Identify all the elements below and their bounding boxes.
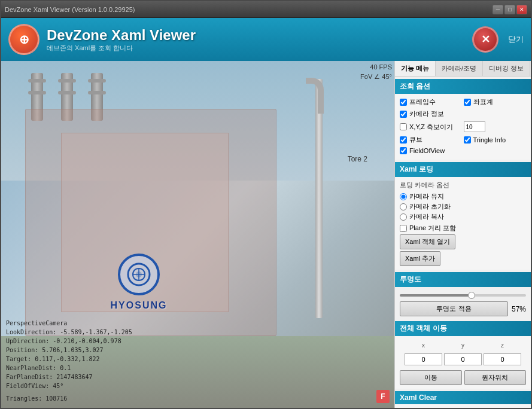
checkbox-camera-info[interactable] <box>400 111 407 118</box>
app-subtitle: 데브존의 Xaml를 조회 합니다 <box>47 44 196 53</box>
section-xaml-content: 로딩 카메라 옵션 카메라 유지 카메라 초기화 카메라 복사 Plane 거리… <box>395 177 531 270</box>
transparency-value: 57% <box>512 305 526 313</box>
radio-maintain-row: 카메라 유지 <box>400 192 526 201</box>
checkbox-tringle[interactable] <box>464 136 471 144</box>
tab-function[interactable]: 기능 메뉴 <box>395 61 436 76</box>
xaml-add-row: Xaml 추가 <box>400 251 526 266</box>
transparency-fill <box>400 294 472 297</box>
move-button[interactable]: 이동 <box>400 370 462 385</box>
radio-camera-copy[interactable] <box>400 213 407 221</box>
loading-camera-label: 로딩 카메라 옵션 <box>400 181 526 190</box>
maximize-button[interactable]: □ <box>504 5 515 14</box>
titlebar-controls: ─ □ ✕ <box>493 5 527 14</box>
tore2-label: Tore 2 <box>348 155 367 163</box>
radio-camera-maintain[interactable] <box>400 193 407 200</box>
section-clear-header: Xaml Clear <box>395 391 531 404</box>
radio-camera-init[interactable] <box>400 203 407 210</box>
main-content: HYOSUNG 40 FPS FoV ∠ 45° Tore 2 Perspect… <box>1 61 531 408</box>
radio-copy-label: 카메라 복사 <box>409 212 444 221</box>
main-window: DevZone Xaml Viewer (Version 1.0.0.29925… <box>0 0 532 409</box>
minimize-button[interactable]: ─ <box>493 5 503 14</box>
triangles-display: Triangles: 108716 <box>6 394 132 403</box>
xaml-add-button[interactable]: Xaml 추가 <box>400 251 440 266</box>
up-direction-value: -0.210,-0.004,0.978 <box>53 338 121 344</box>
position-value: 5.706,1.035,3.027 <box>42 347 103 353</box>
app-logo: ⊕ <box>8 24 39 55</box>
position: Position: 5.706,1.035,3.027 <box>6 346 132 355</box>
x-input[interactable] <box>405 353 442 365</box>
radio-copy-row: 카메라 복사 <box>400 212 526 221</box>
transparency-controls: 투명도 적용 57% <box>400 301 526 316</box>
hyosung-logo-svg <box>127 263 151 286</box>
section-xaml-header: Xaml 로딩 <box>395 162 531 177</box>
viewport[interactable]: HYOSUNG 40 FPS FoV ∠ 45° Tore 2 Perspect… <box>1 61 394 408</box>
y-input[interactable] <box>444 353 482 365</box>
xaml-open-button[interactable]: Xaml 객체 열기 <box>400 234 455 249</box>
checkbox-xyz[interactable] <box>400 123 407 130</box>
axis-value-input[interactable] <box>464 121 485 132</box>
header-close-button[interactable]: ✕ <box>472 26 498 53</box>
target: Target: 0.117,-0.332,1.822 <box>6 355 132 364</box>
window-title: DevZone Xaml Viewer (Version 1.0.0.29925… <box>5 6 135 13</box>
transparency-thumb[interactable] <box>468 292 475 299</box>
xaml-buttons: Xaml 객체 열기 <box>400 234 526 249</box>
right-panel: 기능 메뉴 카메라/조명 디버깅 정보 조회 옵션 프레임수 좌표계 <box>394 61 531 408</box>
fov-display: FoV ∠ 45° <box>360 73 392 81</box>
checkbox-tringle-label: Tringle Info <box>473 136 506 144</box>
checkbox-fps-row: 프레임수 <box>400 97 463 106</box>
titlebar-left: DevZone Xaml Viewer (Version 1.0.0.29925… <box>5 6 135 13</box>
checkbox-fps-label: 프레임수 <box>409 97 436 106</box>
checkbox-xyz-label: X,Y,Z 축보이기 <box>409 123 453 132</box>
window-close-button[interactable]: ✕ <box>516 5 527 14</box>
f-badge: F <box>376 390 390 403</box>
section-display-header: 조회 옵션 <box>395 79 531 94</box>
y-label: y <box>444 342 482 349</box>
checkbox-cube[interactable] <box>400 136 407 144</box>
checkbox-xyz-row: X,Y,Z 축보이기 <box>400 121 463 132</box>
radio-maintain-label: 카메라 유지 <box>409 192 444 201</box>
triangles-label: Triangles: <box>6 395 42 402</box>
header-bar: ⊕ DevZone Xaml Viewer 데브존의 Xaml를 조회 합니다 … <box>1 18 531 61</box>
camera-info-overlay: PerspectiveCamera LookDirection: -5.589,… <box>6 319 132 403</box>
tabs-bar: 기능 메뉴 카메라/조명 디버깅 정보 <box>395 61 531 77</box>
fov-label: FieldOfView: <box>6 383 49 389</box>
axis-value-row <box>464 121 527 132</box>
far-plane-value: 2147483647 <box>56 374 92 380</box>
look-direction-label: LookDirection: <box>6 329 56 335</box>
app-name: DevZone Xaml Viewer <box>47 27 196 44</box>
transparency-apply-button[interactable]: 투명도 적용 <box>400 301 508 316</box>
up-direction: UpDirection: -0.210,-0.004,0.978 <box>6 337 132 346</box>
checkbox-fov[interactable] <box>400 147 407 154</box>
close-label: 닫기 <box>508 34 524 45</box>
reset-button[interactable]: 원자위치 <box>464 370 527 385</box>
near-plane: NearPlaneDist: 0.1 <box>6 364 132 373</box>
radio-init-label: 카메라 초기화 <box>409 202 451 211</box>
radio-init-row: 카메라 초기화 <box>400 202 526 211</box>
near-plane-label: NearPlaneDist: <box>6 365 56 371</box>
checkbox-tringle-row: Tringle Info <box>464 135 527 144</box>
fov-value: 45° <box>53 383 63 389</box>
x-label: x <box>405 342 442 349</box>
close-icon: ✕ <box>481 33 490 46</box>
triangles-value: 108716 <box>45 395 67 402</box>
checkbox-plane-distance[interactable] <box>400 225 407 232</box>
checkbox-fov-row: FieldOfView <box>400 147 526 154</box>
z-input[interactable] <box>484 353 521 365</box>
titlebar: DevZone Xaml Viewer (Version 1.0.0.29925… <box>1 1 531 18</box>
section-move-content: x y z 이동 원자위치 <box>395 336 531 389</box>
checkbox-coord[interactable] <box>464 99 471 106</box>
plane-distance-label: Plane 거리 포함 <box>409 224 456 233</box>
look-direction: LookDirection: -5.589,-1.367,-1.205 <box>6 328 132 337</box>
hyosung-text: HYOSUNG <box>111 300 168 311</box>
checkbox-camera-info-label: 카메라 정보 <box>409 109 444 118</box>
section-display-content: 프레임수 좌표계 카메라 정보 X,Y,Z 축보이기 <box>395 94 531 160</box>
near-plane-value: 0.1 <box>60 365 71 371</box>
checkbox-coord-label: 좌표계 <box>473 97 493 106</box>
tab-camera[interactable]: 카메라/조명 <box>436 61 483 76</box>
header-text: DevZone Xaml Viewer 데브존의 Xaml를 조회 합니다 <box>47 27 196 53</box>
tab-debug[interactable]: 디버깅 정보 <box>483 61 530 76</box>
target-label: Target: <box>6 356 31 362</box>
field-of-view: FieldOfView: 45° <box>6 381 132 390</box>
checkbox-fps[interactable] <box>400 99 407 106</box>
hyosung-logo-circle <box>118 254 160 295</box>
